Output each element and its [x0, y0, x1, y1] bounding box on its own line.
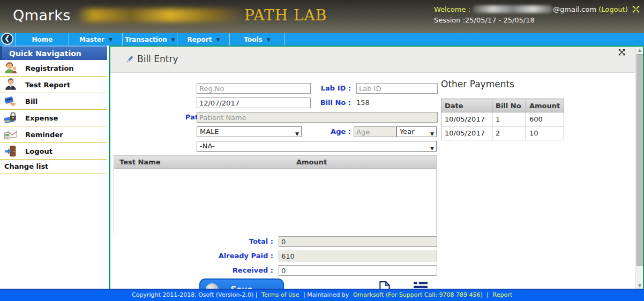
back-button[interactable]: ❮	[1, 33, 13, 45]
test-table-body[interactable]	[114, 169, 436, 235]
chevron-down-icon: ▼	[216, 37, 220, 42]
chevron-down-icon: ▼	[430, 144, 434, 153]
test-name-column-header: Test Name	[114, 156, 296, 168]
logout-icon	[4, 144, 18, 158]
reg-no-input[interactable]	[197, 83, 311, 94]
amount-column-header: Amount	[526, 99, 564, 112]
nav-label: Tools	[244, 36, 262, 43]
footer-separator: |	[486, 291, 489, 298]
sidebar-item-label: Expense	[25, 114, 58, 122]
received-label: Received :	[150, 265, 273, 276]
session-label: Session :	[434, 16, 465, 24]
chevron-down-icon: ▼	[267, 37, 271, 42]
sidebar-item-logout[interactable]: Logout	[0, 143, 107, 160]
app-logo: Qmarks	[13, 7, 71, 24]
sidebar-item-label: Reminder	[25, 131, 63, 139]
collapse-header-icon[interactable]	[632, 5, 640, 13]
vertical-scrollbar[interactable]: ▲ ▼	[635, 47, 643, 290]
total-input	[279, 236, 437, 247]
total-label: Total :	[150, 236, 273, 247]
test-table: Test Name Amount	[114, 155, 437, 235]
nav-label: Report	[188, 36, 212, 43]
table-row[interactable]: 10/05/2017 1 600	[441, 112, 564, 126]
date-input[interactable]	[197, 97, 311, 108]
session-row: Session :25/05/17 - 25/05/18	[434, 15, 640, 26]
pencil-icon	[125, 55, 134, 64]
category-select[interactable]: MALE ▼	[197, 126, 302, 137]
sidebar-title: Quick Navigation	[0, 46, 107, 60]
chevron-down-icon: ▼	[109, 37, 113, 42]
received-input[interactable]	[279, 265, 437, 276]
payment-bill-no-cell: 2	[492, 126, 526, 140]
nav-item-master[interactable]: Master ▼	[69, 33, 123, 46]
lab-id-label: Lab ID :	[308, 83, 351, 94]
copyright-text: Copyright 2011-2018. Qsoft (Version-2.0)…	[132, 291, 258, 298]
footer-bar: Copyright 2011-2018. Qsoft (Version-2.0)…	[0, 289, 644, 301]
page-title: Bill Entry	[137, 54, 178, 64]
sidebar-item-expense[interactable]: Expense	[0, 110, 107, 126]
test-report-icon	[4, 78, 18, 92]
category-value: MALE	[200, 127, 219, 136]
nav-item-transaction[interactable]: Transaction ▼	[122, 33, 177, 46]
main-nav: ❮ Home Master ▼ Transaction ▼ Report ▼ T…	[0, 33, 644, 46]
nav-item-report[interactable]: Report ▼	[177, 33, 230, 46]
sidebar-item-label: Registration	[25, 64, 74, 72]
payment-date-cell: 10/05/2017	[441, 112, 492, 126]
chevron-down-icon: ▼	[295, 129, 299, 139]
bill-no-value: 158	[356, 97, 370, 108]
age-input[interactable]	[354, 126, 396, 137]
bill-no-column-header: Bill No	[492, 99, 526, 112]
expand-icon[interactable]	[618, 48, 626, 56]
content-top-border	[109, 46, 644, 47]
table-row[interactable]: 10/05/2017 2 10	[441, 126, 564, 140]
welcome-label: Welcome :	[434, 5, 470, 13]
sidebar-item-test-report[interactable]: Test Report	[0, 77, 107, 93]
age-unit-select[interactable]: Year ▼	[396, 126, 437, 137]
bill-no-label: Bill No :	[308, 97, 351, 108]
redacted-lab-name	[76, 9, 246, 22]
other-payments-title: Other Payments	[441, 79, 514, 89]
maintained-by-text: | Maintained by	[303, 291, 349, 298]
save-button[interactable]: ➜ Save	[199, 279, 284, 290]
email-domain: @gmail.com	[553, 5, 596, 13]
already-paid-input	[279, 251, 437, 261]
chevron-down-icon: ▼	[430, 129, 434, 139]
lab-id-input[interactable]	[356, 83, 438, 94]
qmarksoft-support-text: Qmarksoft (For Support Call: 9708 789 45…	[353, 291, 483, 298]
session-value: 25/05/17 - 25/05/18	[465, 16, 535, 24]
nav-label: Home	[32, 36, 53, 43]
other-payments-table: Date Bill No Amount 10/05/2017 1 600 10/…	[441, 99, 564, 140]
nav-item-home[interactable]: Home	[15, 33, 69, 46]
already-paid-label: Already Paid :	[150, 251, 273, 261]
sidebar-item-registration[interactable]: Registration	[0, 60, 107, 77]
nav-item-tools[interactable]: Tools ▼	[229, 33, 285, 46]
ref-by-select[interactable]: -NA- ▼	[197, 141, 437, 152]
date-column-header: Date	[441, 99, 492, 112]
terms-of-use-link[interactable]: Terms of Use	[261, 291, 299, 298]
bill-entry-panel: Bill Entry Reg. No : Lab ID : Date : Bil…	[109, 47, 635, 290]
redacted-email	[473, 5, 553, 13]
payment-amount-cell: 10	[526, 126, 564, 140]
amount-column-header: Amount	[296, 156, 436, 168]
payment-amount-cell: 600	[526, 112, 564, 126]
payment-bill-no-cell: 1	[492, 112, 526, 126]
patient-name-input[interactable]	[197, 112, 438, 123]
scroll-up-arrow[interactable]: ▲	[636, 47, 643, 54]
chevron-down-icon: ▼	[171, 37, 175, 42]
reminder-icon	[4, 127, 18, 141]
registration-icon	[4, 61, 18, 75]
age-label: Age :	[308, 126, 351, 137]
test-table-header: Test Name Amount	[114, 156, 436, 169]
welcome-row: Welcome : @gmail.com (Logout)	[434, 4, 640, 15]
sidebar-item-reminder[interactable]: Reminder	[0, 126, 107, 143]
sidebar-item-label: Bill	[25, 97, 38, 106]
bill-icon	[4, 94, 18, 108]
top-header: Qmarks PATH LAB Welcome : @gmail.com (Lo…	[0, 0, 644, 33]
report-link[interactable]: Report	[493, 291, 512, 298]
logout-link[interactable]: (Logout)	[598, 5, 628, 13]
sidebar-item-bill[interactable]: Bill	[0, 93, 107, 110]
quick-navigation-sidebar: Quick Navigation Registration	[0, 46, 107, 290]
nav-label: Transaction	[125, 36, 167, 43]
sidebar-item-change-list[interactable]: Change list	[0, 160, 107, 174]
payment-date-cell: 10/05/2017	[441, 126, 492, 140]
